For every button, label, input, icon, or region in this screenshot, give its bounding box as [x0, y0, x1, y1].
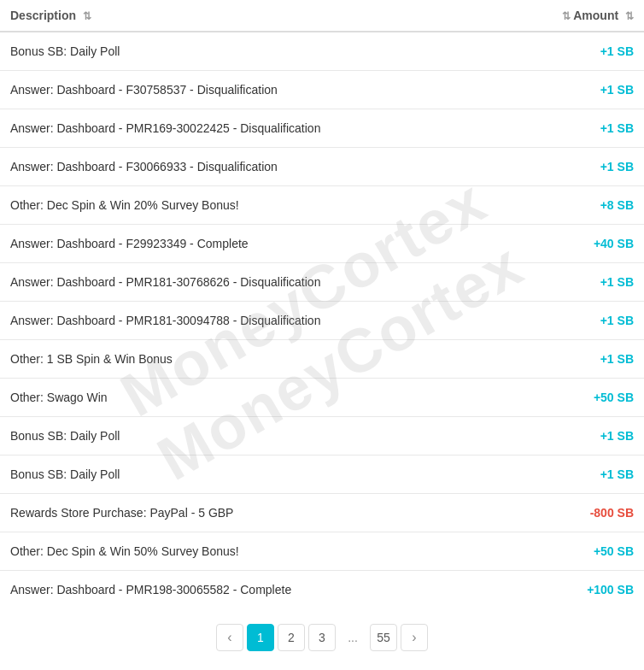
amount-cell: -800 SB	[500, 494, 644, 532]
description-cell: Bonus SB: Daily Poll	[0, 32, 500, 71]
amount-cell: +8 SB	[500, 186, 644, 225]
description-sort-icon[interactable]: ⇅	[83, 10, 91, 22]
pagination: ‹ 1 2 3 ... 55 ›	[0, 608, 644, 660]
amount-cell: +50 SB	[500, 532, 644, 571]
amount-cell: +1 SB	[500, 417, 644, 455]
next-page-button[interactable]: ›	[401, 624, 428, 651]
description-cell: Answer: Dashboard - F30066933 - Disquali…	[0, 148, 500, 186]
table-row: Rewards Store Purchase: PayPal - 5 GBP-8…	[0, 494, 644, 532]
amount-cell: +1 SB	[500, 71, 644, 109]
amount-column-header[interactable]: ⇅ Amount ⇅	[500, 0, 644, 32]
pagination-ellipsis: ...	[339, 624, 366, 651]
description-cell: Bonus SB: Daily Poll	[0, 455, 500, 494]
table-row: Other: Dec Spin & Win 20% Survey Bonus!+…	[0, 186, 644, 225]
page-1-button[interactable]: 1	[247, 624, 274, 651]
amount-cell: +1 SB	[500, 302, 644, 340]
description-cell: Bonus SB: Daily Poll	[0, 417, 500, 455]
amount-cell: +1 SB	[500, 455, 644, 494]
amount-cell: +100 SB	[500, 571, 644, 609]
transactions-table-container: MoneyCortexMoneyCortex Description ⇅ ⇅ A…	[0, 0, 644, 660]
amount-cell: +1 SB	[500, 340, 644, 379]
description-cell: Answer: Dashboard - PMR181-30768626 - Di…	[0, 263, 500, 302]
description-cell: Other: Dec Spin & Win 50% Survey Bonus!	[0, 532, 500, 571]
table-body: Bonus SB: Daily Poll+1 SBAnswer: Dashboa…	[0, 32, 644, 608]
description-cell: Other: Dec Spin & Win 20% Survey Bonus!	[0, 186, 500, 225]
table-row: Answer: Dashboard - F30758537 - Disquali…	[0, 71, 644, 109]
page-55-button[interactable]: 55	[370, 624, 397, 651]
amount-cell: +1 SB	[500, 148, 644, 186]
table-row: Answer: Dashboard - PMR181-30094788 - Di…	[0, 302, 644, 340]
description-cell: Answer: Dashboard - F30758537 - Disquali…	[0, 71, 500, 109]
amount-cell: +40 SB	[500, 225, 644, 263]
description-cell: Rewards Store Purchase: PayPal - 5 GBP	[0, 494, 500, 532]
page-2-button[interactable]: 2	[278, 624, 305, 651]
table-row: Bonus SB: Daily Poll+1 SB	[0, 417, 644, 455]
description-cell: Answer: Dashboard - PMR169-30022425 - Di…	[0, 109, 500, 148]
amount-sort-icon[interactable]: ⇅	[562, 10, 571, 22]
table-row: Answer: Dashboard - PMR198-30065582 - Co…	[0, 571, 644, 609]
description-cell: Answer: Dashboard - PMR181-30094788 - Di…	[0, 302, 500, 340]
description-cell: Other: 1 SB Spin & Win Bonus	[0, 340, 500, 379]
table-row: Answer: Dashboard - F30066933 - Disquali…	[0, 148, 644, 186]
table-row: Bonus SB: Daily Poll+1 SB	[0, 32, 644, 71]
prev-page-button[interactable]: ‹	[216, 624, 243, 651]
amount-cell: +50 SB	[500, 379, 644, 417]
page-3-button[interactable]: 3	[308, 624, 336, 651]
table-row: Other: Swago Win+50 SB	[0, 379, 644, 417]
description-cell: Answer: Dashboard - PMR198-30065582 - Co…	[0, 571, 500, 609]
table-row: Answer: Dashboard - PMR169-30022425 - Di…	[0, 109, 644, 148]
table-row: Other: 1 SB Spin & Win Bonus+1 SB	[0, 340, 644, 379]
description-cell: Other: Swago Win	[0, 379, 500, 417]
table-row: Other: Dec Spin & Win 50% Survey Bonus!+…	[0, 532, 644, 571]
description-cell: Answer: Dashboard - F29923349 - Complete	[0, 225, 500, 263]
transactions-table: Description ⇅ ⇅ Amount ⇅ Bonus SB: Daily…	[0, 0, 644, 608]
table-row: Bonus SB: Daily Poll+1 SB	[0, 455, 644, 494]
table-row: Answer: Dashboard - F29923349 - Complete…	[0, 225, 644, 263]
amount-sort-icon-right[interactable]: ⇅	[625, 10, 634, 22]
table-header-row: Description ⇅ ⇅ Amount ⇅	[0, 0, 644, 32]
amount-cell: +1 SB	[500, 109, 644, 148]
amount-cell: +1 SB	[500, 32, 644, 71]
description-column-header[interactable]: Description ⇅	[0, 0, 500, 32]
table-row: Answer: Dashboard - PMR181-30768626 - Di…	[0, 263, 644, 302]
amount-cell: +1 SB	[500, 263, 644, 302]
